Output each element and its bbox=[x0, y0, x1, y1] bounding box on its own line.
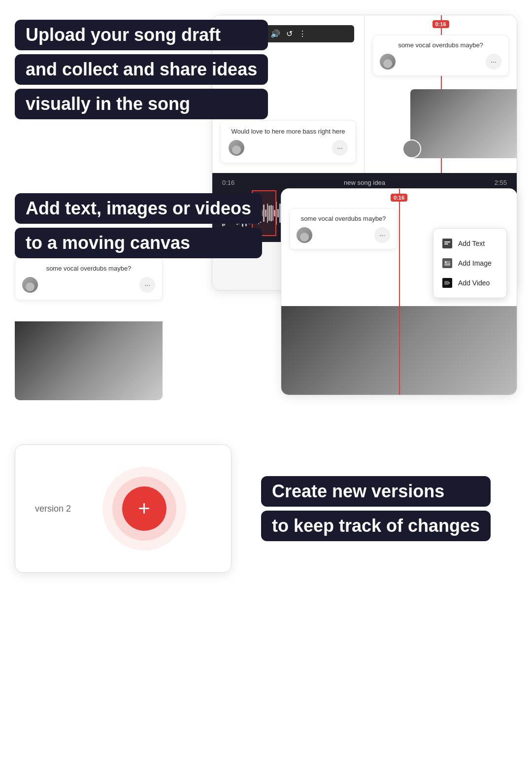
svg-marker-5 bbox=[449, 282, 450, 284]
more-button-screen2[interactable]: ··· bbox=[374, 227, 390, 243]
screen2-comment-text: some vocal overdubs maybe? bbox=[297, 215, 390, 222]
more-button-left[interactable]: ··· bbox=[332, 140, 348, 156]
comment-text-left: Would love to here more bass right here bbox=[229, 128, 348, 135]
avatar-section2 bbox=[22, 277, 38, 293]
headline-pill-2: and collect and share ideas bbox=[15, 54, 268, 85]
text-icon bbox=[442, 239, 452, 248]
avatar-right bbox=[380, 54, 396, 69]
headline-pill-6: Create new versions bbox=[261, 476, 491, 507]
headline-block-3: Create new versions to keep track of cha… bbox=[261, 476, 491, 541]
section2: Add text, images or videos to a moving c… bbox=[0, 178, 532, 415]
section3: version 2 + Create new versions to keep … bbox=[0, 435, 532, 602]
image-placeholder bbox=[410, 89, 517, 158]
headline-pill-4: Add text, images or videos bbox=[15, 193, 262, 224]
screen2-timebadge: 0:16 bbox=[391, 194, 407, 202]
section1: Upload your song draft and collect and s… bbox=[0, 0, 532, 149]
headline-pill-5: to a moving canvas bbox=[15, 228, 262, 258]
version-label: version 2 bbox=[35, 504, 71, 514]
screen2-inner: 0:16 some vocal overdubs maybe? ··· Add … bbox=[281, 189, 517, 395]
image-icon bbox=[442, 258, 452, 268]
add-version-button[interactable]: + bbox=[122, 486, 166, 531]
comment-bubble-left: Would love to here more bass right here … bbox=[220, 120, 356, 163]
mock-screen-2: 0:16 some vocal overdubs maybe? ··· Add … bbox=[281, 188, 517, 395]
more-button-right[interactable]: ··· bbox=[486, 54, 501, 69]
add-text-label: Add Text bbox=[458, 240, 485, 247]
add-video-item[interactable]: Add Video bbox=[433, 273, 506, 293]
avatar-left bbox=[229, 140, 244, 156]
more-button-section2[interactable]: ··· bbox=[139, 277, 155, 293]
version-card: version 2 + bbox=[15, 445, 232, 573]
comment-bubble-right: some vocal overdubs maybe? ··· bbox=[372, 35, 509, 76]
add-video-label: Add Video bbox=[458, 279, 490, 287]
section2-comment-footer: ··· bbox=[22, 277, 155, 293]
more-icon: ⋮ bbox=[299, 29, 306, 38]
headline-block-1: Upload your song draft and collect and s… bbox=[15, 20, 268, 119]
svg-point-3 bbox=[445, 262, 447, 263]
loop-icon: ↺ bbox=[286, 29, 293, 38]
headline-pill-3: visually in the song bbox=[15, 89, 268, 119]
volume-icon: 🔊 bbox=[270, 29, 280, 38]
section2-image-preview bbox=[15, 321, 163, 400]
avatar-screen2 bbox=[297, 227, 312, 243]
video-icon bbox=[442, 278, 452, 288]
comment-footer-left: ··· bbox=[229, 140, 348, 156]
headline-pill-7: to keep track of changes bbox=[261, 511, 491, 541]
screen2-playhead bbox=[399, 189, 400, 395]
time-badge-right: 0:16 bbox=[432, 20, 449, 28]
svg-rect-0 bbox=[444, 242, 450, 242]
add-text-item[interactable]: Add Text bbox=[433, 234, 506, 253]
comment-footer-right: ··· bbox=[380, 54, 501, 69]
screen2-comment: some vocal overdubs maybe? ··· bbox=[289, 208, 398, 249]
comment-text-right: some vocal overdubs maybe? bbox=[380, 41, 501, 49]
headline-block-2: Add text, images or videos to a moving c… bbox=[15, 193, 262, 258]
avatar-on-image bbox=[402, 139, 421, 158]
add-image-label: Add Image bbox=[458, 259, 492, 267]
add-image-item[interactable]: Add Image bbox=[433, 253, 506, 273]
context-menu: Add Text Add Image Add Video bbox=[433, 228, 507, 298]
section2-comment-text: some vocal overdubs maybe? bbox=[22, 265, 155, 272]
section2-comment-left: some vocal overdubs maybe? ··· bbox=[15, 257, 163, 300]
screen2-comment-footer: ··· bbox=[297, 227, 390, 243]
svg-rect-4 bbox=[444, 281, 449, 285]
headline-pill-1: Upload your song draft bbox=[15, 20, 268, 50]
svg-rect-1 bbox=[444, 243, 448, 244]
screen1-right-panel: 0:16 some vocal overdubs maybe? ··· bbox=[365, 15, 517, 173]
